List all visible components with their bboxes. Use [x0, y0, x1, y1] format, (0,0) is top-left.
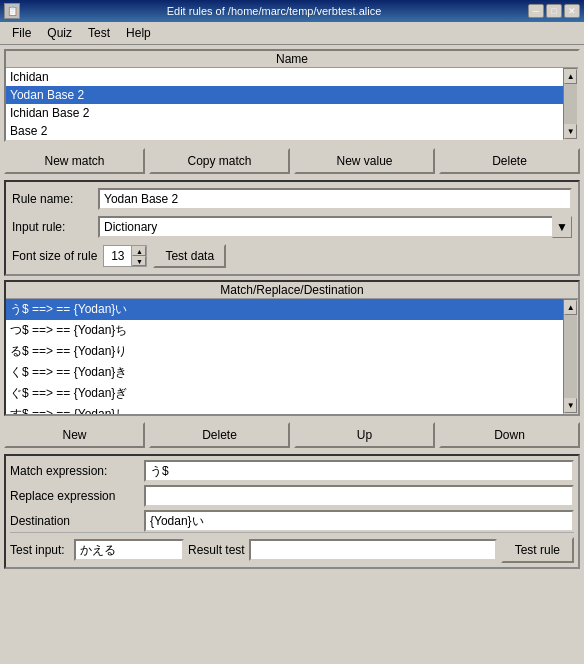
- scroll-down-button[interactable]: ▼: [564, 124, 577, 139]
- test-rule-button[interactable]: Test rule: [501, 537, 574, 563]
- scroll-up-button[interactable]: ▲: [564, 69, 577, 84]
- result-input-field[interactable]: [249, 539, 497, 561]
- expression-panel: Match expression: Replace expression Des…: [4, 454, 580, 569]
- title-bar: 📋 Edit rules of /home/marc/temp/verbtest…: [0, 0, 584, 22]
- select-arrow-icon[interactable]: ▼: [552, 216, 572, 238]
- match-header: Match/Replace/Destination: [6, 282, 578, 299]
- main-content: Name Ichidan Yodan Base 2 Ichidan Base 2…: [0, 45, 584, 663]
- menu-test[interactable]: Test: [80, 24, 118, 42]
- close-button[interactable]: ✕: [564, 4, 580, 18]
- menu-help[interactable]: Help: [118, 24, 159, 42]
- match-list-scrollbar[interactable]: ▲ ▼: [563, 299, 578, 414]
- delete-match-button[interactable]: Delete: [149, 422, 290, 448]
- title-bar-left: 📋: [4, 3, 20, 19]
- new-match-entry-button[interactable]: New: [4, 422, 145, 448]
- expression-form: Match expression: Replace expression Des…: [10, 460, 574, 532]
- font-size-label: Font size of rule: [12, 249, 97, 263]
- match-scroll-track: [564, 315, 577, 398]
- menu-file[interactable]: File: [4, 24, 39, 42]
- main-toolbar: New match Copy match New value Delete: [4, 146, 580, 176]
- font-size-input[interactable]: [104, 246, 132, 266]
- spinner-buttons: ▲ ▼: [132, 246, 146, 266]
- test-data-button[interactable]: Test data: [153, 244, 226, 268]
- minimize-button[interactable]: ─: [528, 4, 544, 18]
- font-size-row: Font size of rule ▲ ▼ Test data: [12, 244, 572, 268]
- menu-bar: File Quiz Test Help: [0, 22, 584, 45]
- destination-input[interactable]: [144, 510, 574, 532]
- rule-panel: Rule name: Input rule: Dictionary ▼ Font…: [4, 180, 580, 276]
- replace-expression-label: Replace expression: [10, 489, 140, 503]
- match-toolbar: New Delete Up Down: [4, 420, 580, 450]
- name-list-scrollbar[interactable]: ▲ ▼: [563, 68, 578, 140]
- font-size-spinner: ▲ ▼: [103, 245, 147, 267]
- match-item[interactable]: る$ ==> == {Yodan}り: [6, 341, 563, 362]
- match-item[interactable]: く$ ==> == {Yodan}き: [6, 362, 563, 383]
- menu-quiz[interactable]: Quiz: [39, 24, 80, 42]
- match-expression-input[interactable]: [144, 460, 574, 482]
- name-list[interactable]: Ichidan Yodan Base 2 Ichidan Base 2 Base…: [6, 68, 563, 140]
- match-section: Match/Replace/Destination う$ ==> == {Yod…: [4, 280, 580, 416]
- match-list[interactable]: う$ ==> == {Yodan}い つ$ ==> == {Yodan}ち る$…: [6, 299, 563, 414]
- input-rule-select-wrapper: Dictionary ▼: [98, 216, 572, 238]
- result-label: Result test: [188, 543, 245, 557]
- title-bar-controls: ─ □ ✕: [528, 4, 580, 18]
- name-section: Name Ichidan Yodan Base 2 Ichidan Base 2…: [4, 49, 580, 142]
- up-button[interactable]: Up: [294, 422, 435, 448]
- input-rule-select[interactable]: Dictionary: [98, 216, 572, 238]
- match-item[interactable]: つ$ ==> == {Yodan}ち: [6, 320, 563, 341]
- test-input-label: Test input:: [10, 543, 70, 557]
- name-list-item[interactable]: Ichidan: [6, 68, 563, 86]
- match-scroll-up-button[interactable]: ▲: [564, 300, 577, 315]
- new-value-button[interactable]: New value: [294, 148, 435, 174]
- rule-name-input[interactable]: [98, 188, 572, 210]
- match-item[interactable]: ぐ$ ==> == {Yodan}ぎ: [6, 383, 563, 404]
- match-scroll-down-button[interactable]: ▼: [564, 398, 577, 413]
- name-list-item-selected[interactable]: Yodan Base 2: [6, 86, 563, 104]
- copy-match-button[interactable]: Copy match: [149, 148, 290, 174]
- name-list-item[interactable]: Base 2: [6, 122, 563, 140]
- spinner-down-button[interactable]: ▼: [132, 256, 146, 266]
- input-rule-label: Input rule:: [12, 220, 92, 234]
- match-expression-label: Match expression:: [10, 464, 140, 478]
- replace-expression-input[interactable]: [144, 485, 574, 507]
- spinner-up-button[interactable]: ▲: [132, 246, 146, 256]
- match-item-selected[interactable]: う$ ==> == {Yodan}い: [6, 299, 563, 320]
- name-section-label: Name: [6, 51, 578, 68]
- rule-name-label: Rule name:: [12, 192, 92, 206]
- scroll-track: [564, 84, 577, 124]
- destination-label: Destination: [10, 514, 140, 528]
- name-list-item[interactable]: Ichidan Base 2: [6, 104, 563, 122]
- input-rule-row: Input rule: Dictionary ▼: [12, 216, 572, 238]
- app-icon: 📋: [4, 3, 20, 19]
- rule-name-row: Rule name:: [12, 188, 572, 210]
- new-match-button[interactable]: New match: [4, 148, 145, 174]
- down-button[interactable]: Down: [439, 422, 580, 448]
- test-input-field[interactable]: [74, 539, 184, 561]
- match-item[interactable]: す$ ==> == {Yodan}し: [6, 404, 563, 414]
- test-row: Test input: Result test Test rule: [10, 532, 574, 563]
- delete-button[interactable]: Delete: [439, 148, 580, 174]
- title-bar-title: Edit rules of /home/marc/temp/verbtest.a…: [20, 5, 528, 17]
- maximize-button[interactable]: □: [546, 4, 562, 18]
